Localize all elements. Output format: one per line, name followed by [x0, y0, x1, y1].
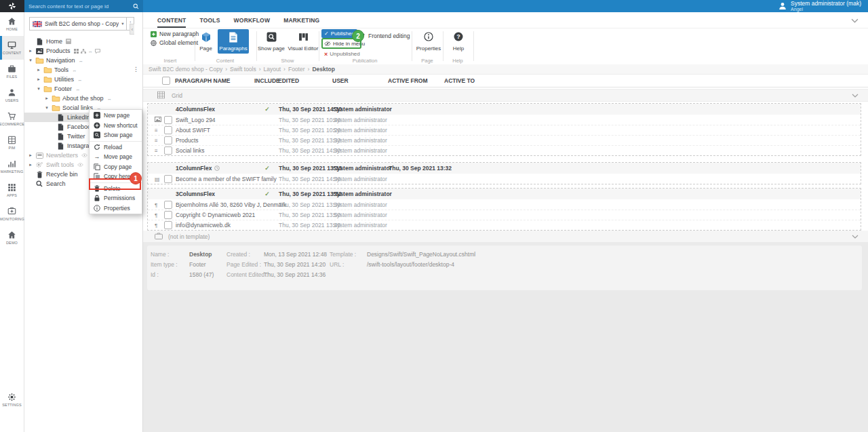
briefcase-icon: [155, 233, 163, 241]
paragraph-row[interactable]: ≡ Social links Thu, 30 Sep 2021 14:30 Sy…: [148, 145, 861, 155]
folder-icon: [51, 95, 60, 102]
content-tree-panel: Swift B2C demo shop - Copy ▾ ⋮ ‹ Home ▸ …: [24, 12, 143, 432]
page-icon: [56, 142, 65, 150]
paragraph-row[interactable]: ¶ info@dynamicweb.dk Thu, 30 Sep 2021 13…: [148, 220, 861, 230]
menu-item-copy-page[interactable]: Copy page: [90, 162, 142, 172]
menu-item-delete[interactable]: Delete: [90, 184, 142, 194]
row-checkbox[interactable]: [164, 175, 172, 183]
site-selector-dropdown[interactable]: Swift B2C demo shop - Copy ▾: [29, 17, 127, 31]
paragraph-row[interactable]: Swift_Logo 294 Thu, 30 Sep 2021 10:46 Sy…: [148, 115, 861, 125]
select-all-checkbox[interactable]: [162, 77, 170, 85]
paragraph-row[interactable]: ¶ Bjoernholms Allé 30, 8260 Viby J, Denm…: [148, 199, 861, 210]
left-nav-rail: HOME CONTENT FILES USERS ECOMMERCE PIM M…: [0, 12, 24, 432]
grid-section-row[interactable]: Grid: [143, 89, 868, 102]
check-icon: ✓: [324, 31, 329, 37]
row-checkbox[interactable]: [164, 136, 172, 144]
paragraphs-view-button[interactable]: Paragraphs: [218, 29, 249, 54]
monitor-icon: [7, 41, 16, 50]
folder-icon: [51, 104, 60, 111]
folder-icon: [43, 85, 52, 92]
paragraph-table-header: PARAGRAPH NAME INCLUDE EDITED USER ACTIV…: [143, 75, 868, 87]
folder-icon: [35, 57, 44, 64]
tree-item-home[interactable]: Home: [24, 37, 142, 46]
chevron-down-icon[interactable]: [852, 92, 859, 99]
tab-content[interactable]: CONTENT: [157, 17, 186, 28]
tree-item-navigation[interactable]: ▾ Navigation ↔: [24, 56, 142, 65]
nav-users[interactable]: USERS: [0, 83, 24, 107]
chevron-down-icon: ▾: [121, 21, 123, 26]
clock-icon: [214, 165, 220, 171]
tree-item-utilities[interactable]: ▸ Utilities ↔: [24, 75, 142, 84]
cube-icon: [201, 32, 212, 43]
dynamicweb-logo[interactable]: [0, 0, 24, 12]
row-checkbox[interactable]: [164, 146, 172, 155]
row-checkbox[interactable]: [164, 201, 172, 209]
page-name-value: Desktop: [189, 251, 212, 258]
row-checkbox[interactable]: [164, 126, 172, 134]
nav-home[interactable]: HOME: [0, 12, 24, 36]
menu-item-new-page[interactable]: New page: [90, 111, 142, 121]
image-paragraph-icon: [155, 117, 161, 123]
row-options-icon[interactable]: ⋮: [133, 66, 139, 73]
nav-files[interactable]: FILES: [0, 60, 24, 83]
nav-monitoring[interactable]: MONITORING: [0, 202, 24, 226]
row-checkbox[interactable]: [164, 221, 172, 229]
panel-collapse-handle[interactable]: ‹: [130, 24, 134, 35]
tab-marketing[interactable]: MARKETING: [283, 17, 319, 28]
nav-pim[interactable]: PIM: [0, 131, 24, 155]
search-input[interactable]: [28, 3, 130, 9]
nav-settings[interactable]: SETTINGS: [0, 388, 24, 412]
frontend-editing-button[interactable]: Frontend editing: [359, 33, 410, 39]
search-bar[interactable]: [24, 0, 143, 12]
search-icon[interactable]: [133, 3, 139, 9]
menu-item-move-page[interactable]: → Move page: [90, 152, 142, 162]
hidden-eye-icon: [81, 153, 87, 157]
site-selector-label: Swift B2C demo shop - Copy: [45, 20, 119, 27]
paragraph-row[interactable]: ¶ Copyright © Dynamicweb 2021 Thu, 30 Se…: [148, 210, 861, 220]
menu-item-show-page[interactable]: Show page: [90, 130, 142, 140]
paragraph-row[interactable]: ▤ Become a member of the SWIFT family Th…: [148, 174, 861, 184]
tree-item-footer[interactable]: ▾ Footer ↔: [24, 84, 142, 94]
paragraph-row[interactable]: ≡ Products Thu, 30 Sep 2021 13:33 System…: [148, 135, 861, 145]
chevron-down-icon[interactable]: [852, 233, 859, 240]
nav-ecommerce[interactable]: ECOMMERCE: [0, 107, 24, 131]
group-header-row[interactable]: 4ColumnsFlex ✓ Thu, 30 Sep 2021 14:30 Sy…: [148, 104, 861, 115]
group-label-page: Page: [421, 58, 433, 64]
tab-tools[interactable]: TOOLS: [199, 17, 220, 28]
group-header-row[interactable]: 3ColumnsFlex ✓ Thu, 30 Sep 2021 13:52 Sy…: [148, 189, 861, 199]
tab-workflow[interactable]: WORKFLOW: [234, 17, 271, 28]
user-icon: [778, 2, 787, 10]
menu-item-permissions[interactable]: Permissions: [90, 193, 142, 203]
show-page-button[interactable]: Show page: [258, 29, 284, 54]
nav-apps[interactable]: APPS: [0, 178, 24, 202]
row-checkbox[interactable]: [164, 211, 172, 219]
menu-item-new-shortcut[interactable]: New shortcut: [90, 121, 142, 131]
move-arrow-icon: →: [94, 153, 100, 160]
tree-item-about-the-shop[interactable]: ▸ About the shop ↔: [24, 94, 142, 103]
page-view-button[interactable]: Page: [195, 29, 216, 54]
tree-item-products[interactable]: ▸ Products ↔: [24, 46, 142, 56]
new-paragraph-button[interactable]: New paragraph: [151, 31, 199, 37]
help-button[interactable]: ? Help: [445, 29, 472, 54]
gear-icon: [7, 393, 16, 401]
text-block-paragraph-icon: ¶: [155, 222, 157, 229]
copy-here-icon: [94, 173, 100, 180]
nav-content[interactable]: CONTENT: [0, 36, 24, 60]
user-menu[interactable]: System administrator (mak) Angel: [778, 1, 868, 12]
visual-editor-button[interactable]: Visual Editor: [287, 29, 319, 54]
nav-marketing[interactable]: MARKETING: [0, 155, 24, 178]
expander-icon: ▾: [35, 86, 43, 92]
paragraph-row[interactable]: ≡ About SWIFT Thu, 30 Sep 2021 10:26 Sys…: [148, 125, 861, 135]
menu-item-properties[interactable]: Properties: [90, 203, 142, 214]
not-in-template-row[interactable]: (not in template): [143, 231, 868, 242]
row-checkbox[interactable]: [164, 116, 172, 124]
properties-button[interactable]: Properties: [415, 29, 442, 54]
nav-demo[interactable]: DEMO: [0, 226, 24, 250]
cart-icon: [7, 112, 16, 121]
global-element-button[interactable]: Global element: [151, 39, 198, 46]
group-header-row[interactable]: 1ColumnFlex ✓ Thu, 30 Sep 2021 13:33 Sys…: [148, 163, 861, 174]
collapse-ribbon-chevron-icon[interactable]: [851, 18, 859, 23]
menu-item-reload[interactable]: Reload: [90, 142, 142, 153]
tree-item-tools[interactable]: ▸ Tools ↔ ⋮: [24, 65, 142, 75]
grid-apps-icon: [7, 183, 16, 192]
